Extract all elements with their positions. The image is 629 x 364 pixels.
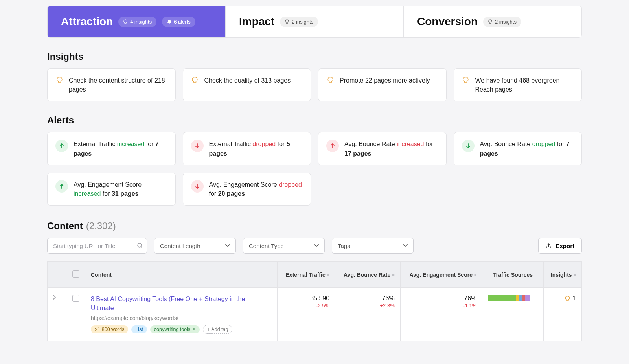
alert-card[interactable]: Avg. Engagement Score increased for 31 p… [47,173,176,206]
lightbulb-icon [488,19,493,24]
insight-card[interactable]: Promote 22 pages more actively [318,68,447,101]
arrow-down-icon [462,140,475,152]
insights-count: 1 [572,295,576,301]
insight-text: We have found 468 evergreen Reach pages [475,76,574,94]
arrow-up-icon [326,140,339,152]
expand-row[interactable] [48,288,66,341]
lightbulb-icon [285,19,289,24]
content-title: Content [47,221,83,232]
tab-title: Impact [239,15,274,28]
tag[interactable]: copywriting tools✕ [150,325,200,333]
col-content[interactable]: Content [85,262,278,288]
remove-tag-icon[interactable]: ✕ [192,327,196,332]
insights-pill: 2 insights [483,17,521,27]
bounce-rate-value: 76% [341,295,395,302]
content-count: (2,302) [86,221,116,232]
tab-conversion[interactable]: Conversion 2 insights [404,6,581,37]
top-tabs: Attraction 4 insights 6 alerts Impact [47,6,582,38]
content-type-select[interactable]: Content Type [243,238,325,254]
sort-icon: ≡ [327,273,329,278]
insights-pill: 4 insights [118,17,156,27]
content-toolbar: Content Length Content Type Tags Export [47,238,582,254]
insight-card[interactable]: Check the quality of 313 pages [183,68,311,101]
tag-row: >1,800 wordsListcopywriting tools✕ + Add… [91,325,272,334]
lightbulb-icon [326,76,334,84]
arrow-up-icon [55,180,68,193]
engagement-delta: -1.1% [406,303,477,309]
alerts-pill: 6 alerts [162,17,195,27]
add-tag-button[interactable]: + Add tag [203,325,232,334]
content-title-link[interactable]: 8 Best AI Copywriting Tools (Free One + … [91,295,264,313]
search-input[interactable] [47,238,147,254]
bell-icon [167,19,171,24]
alert-text: External Traffic dropped for 5 pages [209,140,303,158]
lightbulb-icon [55,76,63,84]
col-engagement[interactable]: Avg. Engagement Score≡ [400,262,482,288]
sort-icon: ≡ [392,273,394,278]
col-insights[interactable]: Insights≡ [543,262,581,288]
alert-text: Avg. Bounce Rate dropped for 7 pages [480,140,574,158]
insight-card[interactable]: We have found 468 evergreen Reach pages [454,68,582,101]
tag[interactable]: List [131,325,147,333]
lightbulb-icon [462,76,470,84]
tab-title: Conversion [417,15,478,28]
bounce-rate-delta: +2.3% [341,303,395,309]
alert-card[interactable]: Avg. Engagement Score dropped for 20 pag… [183,173,311,206]
tab-title: Attraction [61,15,113,28]
row-checkbox[interactable] [72,295,79,302]
insight-card[interactable]: Check the content structure of 218 pages [47,68,176,101]
tab-attraction[interactable]: Attraction 4 insights 6 alerts [48,6,226,37]
content-heading: Content (2,302) [47,221,582,232]
export-icon [546,243,552,249]
external-traffic-value: 35,590 [283,295,329,302]
insight-text: Promote 22 pages more actively [340,76,430,85]
external-traffic-delta: -2.5% [283,303,329,309]
col-traffic-sources[interactable]: Traffic Sources [482,262,543,288]
alert-text: Avg. Bounce Rate increased for 17 pages [344,140,438,158]
col-bounce-rate[interactable]: Avg. Bounce Rate≡ [335,262,401,288]
alerts-heading: Alerts [47,115,582,126]
lightbulb-icon [565,296,570,302]
insights-grid: Check the content structure of 218 pages… [47,68,582,101]
alerts-grid: External Traffic increased for 7 pages E… [47,132,582,206]
tag[interactable]: >1,800 words [91,325,128,333]
export-button[interactable]: Export [538,238,582,254]
chevron-down-icon [225,244,230,247]
tags-select[interactable]: Tags [332,238,414,254]
content-table: Content External Traffic≡ Avg. Bounce Ra… [47,261,582,341]
chevron-down-icon [403,244,408,247]
alert-card[interactable]: External Traffic dropped for 5 pages [183,132,311,165]
chevron-down-icon [314,244,319,247]
col-external-traffic[interactable]: External Traffic≡ [278,262,335,288]
arrow-up-icon [55,140,68,152]
lightbulb-icon [191,76,199,84]
tab-impact[interactable]: Impact 2 insights [226,6,404,37]
insight-text: Check the content structure of 218 pages [69,76,167,94]
select-all-checkbox[interactable] [72,270,79,278]
insights-heading: Insights [47,51,582,62]
alert-card[interactable]: External Traffic increased for 7 pages [47,132,176,165]
alert-text: Avg. Engagement Score increased for 31 p… [74,180,167,198]
sort-icon: ≡ [574,273,576,278]
content-url: https://example.com/blog/keywords/ [91,315,272,321]
lightbulb-icon [123,19,128,24]
alert-card[interactable]: Avg. Bounce Rate increased for 17 pages [318,132,447,165]
alert-text: Avg. Engagement Score dropped for 20 pag… [209,180,303,198]
engagement-value: 76% [406,295,477,302]
alert-text: External Traffic increased for 7 pages [74,140,167,158]
arrow-down-icon [191,180,204,193]
content-length-select[interactable]: Content Length [154,238,236,254]
sort-icon: ≡ [474,273,476,278]
alert-card[interactable]: Avg. Bounce Rate dropped for 7 pages [454,132,582,165]
table-row: 8 Best AI Copywriting Tools (Free One + … [48,288,582,341]
arrow-down-icon [191,140,204,152]
search-icon [137,243,143,249]
search-field [47,238,147,254]
insights-pill: 2 insights [280,17,318,27]
insight-text: Check the quality of 313 pages [204,76,291,85]
traffic-sources-bar [488,295,535,301]
